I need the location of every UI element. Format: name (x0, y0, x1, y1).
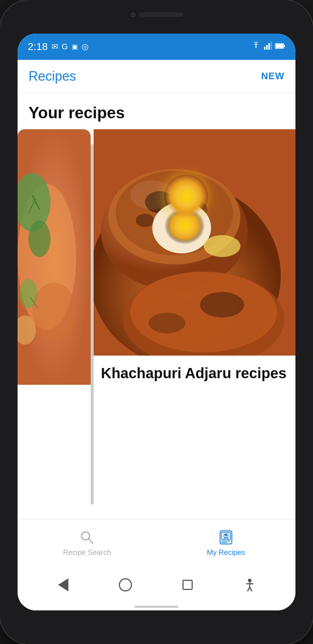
battery-icon (275, 42, 285, 51)
android-recents-button[interactable] (181, 578, 194, 591)
svg-point-10 (29, 221, 50, 257)
app-title: Recipes (29, 69, 76, 84)
svg-point-31 (149, 313, 185, 333)
front-camera (129, 11, 137, 18)
svg-point-32 (130, 180, 174, 209)
svg-rect-0 (264, 47, 265, 50)
gesture-bar (18, 603, 295, 610)
phone-top-area (129, 11, 184, 18)
svg-rect-1 (266, 45, 268, 50)
card-main[interactable]: Khachapuri Adjaru recipes (94, 129, 295, 519)
phone-screen: 2:18 ✉ G ▣ ◎ (18, 34, 295, 610)
scroll-indicator (91, 144, 94, 505)
android-accessibility-button[interactable] (243, 578, 256, 591)
cards-scroll: Khachapuri Adjaru recipes (18, 129, 295, 519)
cards-area[interactable]: Khachapuri Adjaru recipes (18, 129, 295, 519)
podcast-icon: ◎ (82, 42, 88, 51)
new-recipe-button[interactable]: NEW (261, 70, 284, 82)
speaker-grille (140, 12, 184, 17)
svg-point-24 (136, 214, 154, 227)
svg-rect-5 (284, 45, 285, 47)
gesture-pill (135, 606, 178, 608)
gmail-icon: ✉ (52, 42, 58, 51)
google-icon: G (62, 42, 68, 51)
svg-point-12 (32, 283, 76, 341)
android-nav-bar (18, 567, 295, 603)
nav-item-recipe-search[interactable]: Recipe Search (18, 529, 156, 557)
svg-point-27 (204, 235, 240, 257)
svg-rect-3 (271, 42, 272, 50)
main-content: Your recipes (18, 93, 295, 519)
status-time: 2:18 (28, 41, 48, 53)
nav-label-my-recipes: My Recipes (207, 548, 245, 557)
signal-icon (264, 42, 272, 52)
svg-point-30 (200, 292, 244, 317)
status-bar-left: 2:18 ✉ G ▣ ◎ (28, 41, 88, 53)
svg-line-34 (88, 539, 93, 543)
status-bar-right (251, 42, 285, 52)
nav-label-recipe-search: Recipe Search (63, 548, 111, 557)
wallet-icon: ▣ (72, 43, 78, 51)
recipe-book-icon (218, 529, 234, 545)
nav-item-my-recipes[interactable]: My Recipes (156, 529, 295, 557)
card-prev-image (18, 129, 91, 385)
android-home-button[interactable] (119, 578, 132, 591)
svg-rect-2 (268, 43, 270, 50)
card-main-image (94, 129, 295, 356)
svg-point-26 (165, 208, 205, 244)
card-main-text-area: Khachapuri Adjaru recipes (94, 356, 295, 386)
svg-rect-6 (276, 44, 283, 48)
card-main-title: Khachapuri Adjaru recipes (101, 364, 288, 382)
card-previous[interactable] (18, 129, 91, 519)
svg-point-29 (130, 272, 277, 352)
app-bar: Recipes NEW (18, 60, 295, 93)
status-bar: 2:18 ✉ G ▣ ◎ (18, 34, 295, 60)
svg-point-38 (225, 534, 227, 536)
svg-point-41 (248, 579, 252, 582)
section-title: Your recipes (18, 93, 295, 129)
svg-line-45 (250, 587, 252, 591)
android-back-button[interactable] (57, 578, 70, 591)
search-icon (79, 529, 95, 545)
svg-line-44 (248, 587, 250, 591)
phone-frame: 2:18 ✉ G ▣ ◎ (0, 0, 313, 644)
wifi-icon (251, 42, 261, 52)
bottom-navigation: Recipe Search My Recipes (18, 519, 295, 567)
